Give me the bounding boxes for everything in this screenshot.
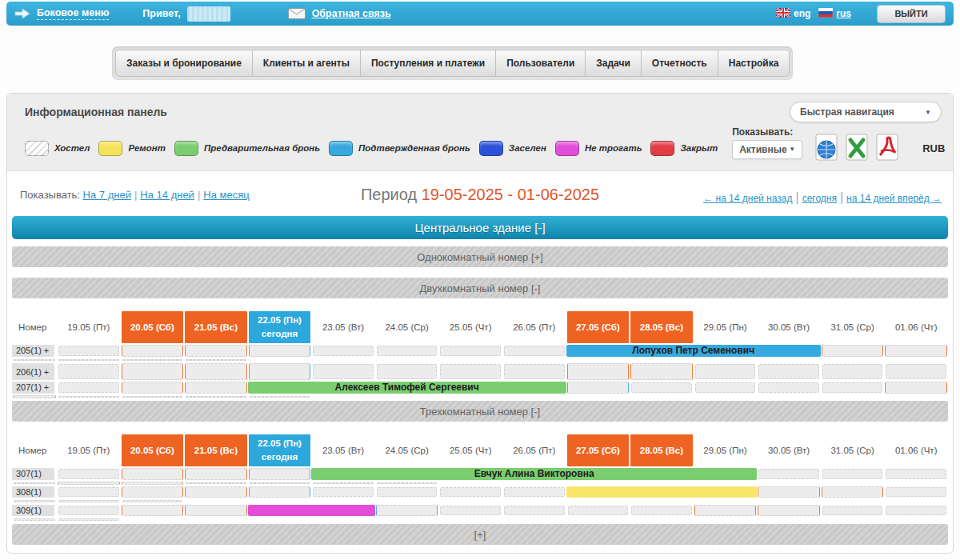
day-cell[interactable] (504, 364, 565, 379)
day-cell[interactable] (758, 382, 819, 393)
day-cell[interactable] (14, 482, 55, 485)
day-cell[interactable] (822, 506, 883, 515)
day-cell[interactable] (249, 486, 311, 498)
day-cell[interactable] (313, 482, 374, 485)
day-cell[interactable] (14, 500, 55, 503)
day-cell[interactable] (822, 345, 884, 357)
day-cell[interactable] (249, 363, 311, 380)
day-cell[interactable] (122, 396, 183, 398)
day-cell[interactable] (886, 364, 946, 379)
day-cell[interactable] (504, 346, 565, 356)
day-cell[interactable] (440, 346, 501, 356)
day-cell[interactable] (504, 506, 565, 515)
day-cell[interactable] (313, 487, 374, 497)
web-export-icon[interactable] (814, 134, 839, 162)
day-cell[interactable] (58, 382, 119, 393)
tab-reports[interactable]: Отчетность (642, 50, 718, 77)
lang-rus[interactable]: rus (818, 8, 851, 20)
day-cell[interactable] (122, 345, 184, 357)
day-cell[interactable] (758, 364, 819, 379)
day-cell[interactable] (822, 364, 883, 379)
day-cell[interactable] (249, 468, 311, 480)
day-cell[interactable] (886, 469, 946, 479)
day-cell[interactable] (122, 359, 183, 362)
day-cell[interactable] (185, 505, 247, 516)
side-menu-link[interactable]: Боковое меню (37, 7, 109, 20)
section-one-room[interactable]: Однокомнатный номер [+] (12, 246, 948, 267)
day-cell[interactable] (58, 359, 119, 362)
day-cell[interactable] (58, 482, 120, 486)
day-cell[interactable] (185, 382, 247, 394)
booking-bar[interactable] (566, 486, 758, 498)
nav-back-link[interactable]: ← на 14 дней назад (703, 193, 792, 204)
tab-orders[interactable]: Заказы и бронирование (115, 50, 253, 77)
day-cell[interactable] (250, 482, 310, 485)
day-cell[interactable] (822, 469, 883, 479)
tab-tasks[interactable]: Задачи (586, 50, 642, 77)
booking-bar[interactable]: Алексеев Тимофей Сергеевич (248, 382, 566, 394)
day-cell[interactable] (185, 468, 247, 480)
day-cell[interactable] (58, 518, 119, 522)
section-two-room[interactable]: Двухкомнатный номер [-] (12, 278, 948, 298)
day-cell[interactable] (185, 345, 247, 357)
day-cell[interactable] (694, 505, 757, 516)
day-cell[interactable] (58, 396, 119, 398)
day-cell[interactable] (377, 364, 438, 379)
day-cell[interactable] (58, 506, 119, 515)
booking-bar[interactable]: Лопухов Петр Семенович (566, 345, 821, 357)
day-cell[interactable] (250, 396, 310, 398)
day-cell[interactable] (440, 487, 501, 497)
day-cell[interactable] (249, 345, 311, 357)
nav-today-link[interactable]: сегодня (802, 193, 837, 204)
day-cell[interactable] (58, 500, 119, 503)
quick-nav-select[interactable]: Быстрая навигация ▼ (790, 102, 942, 122)
room-label[interactable]: 205(1) + (12, 345, 54, 357)
active-filter-select[interactable]: Активные ▼ (732, 140, 802, 159)
day-cell[interactable] (122, 505, 184, 516)
tab-users[interactable]: Пользователи (496, 50, 586, 77)
room-label[interactable]: 309(1) (12, 505, 54, 516)
day-cell[interactable] (58, 469, 119, 479)
day-cell[interactable] (58, 346, 119, 356)
day-cell[interactable] (695, 382, 756, 393)
day-cell[interactable] (758, 486, 820, 498)
section-three-room[interactable]: Трехкомнатный номер [-] (12, 401, 948, 422)
day-cell[interactable] (122, 486, 184, 498)
pdf-export-icon[interactable] (874, 134, 900, 162)
tab-payments[interactable]: Поступления и платежи (361, 50, 496, 77)
nav-forward-link[interactable]: на 14 дней вперёд → (846, 193, 942, 204)
booking-bar[interactable] (248, 505, 375, 516)
day-cell[interactable] (886, 506, 946, 515)
building-header[interactable]: Центральное здание [-] (12, 216, 948, 239)
day-cell[interactable] (631, 506, 692, 515)
day-cell[interactable] (885, 345, 947, 357)
day-cell[interactable] (14, 359, 55, 362)
day-cell[interactable] (185, 486, 247, 498)
day-cell[interactable] (567, 382, 630, 394)
day-cell[interactable] (13, 395, 56, 399)
day-cell[interactable] (631, 382, 692, 393)
day-cell[interactable] (822, 486, 884, 498)
day-cell[interactable] (567, 363, 630, 380)
room-label[interactable]: 308(1) (12, 486, 54, 498)
day-cell[interactable] (122, 482, 184, 486)
day-cell[interactable] (122, 363, 184, 380)
range-month-link[interactable]: На месяц (203, 189, 249, 201)
booking-bar[interactable]: Евчук Алина Викторовна (311, 468, 757, 480)
tab-clients[interactable]: Клиенты и агенты (253, 50, 361, 77)
lang-eng[interactable]: eng (776, 8, 810, 20)
room-label[interactable]: 307(1) (12, 468, 54, 480)
day-cell[interactable] (122, 382, 184, 394)
day-cell[interactable] (186, 396, 246, 398)
room-label[interactable]: 206(1) + (12, 363, 54, 380)
tab-settings[interactable]: Настройка (718, 50, 790, 77)
day-cell[interactable] (122, 468, 184, 480)
day-cell[interactable] (58, 364, 119, 379)
day-cell[interactable] (886, 487, 946, 497)
day-cell[interactable] (885, 382, 947, 394)
day-cell[interactable] (14, 518, 55, 522)
day-cell[interactable] (313, 346, 374, 356)
day-cell[interactable] (186, 482, 246, 485)
day-cell[interactable] (58, 487, 119, 497)
day-cell[interactable] (377, 487, 438, 497)
